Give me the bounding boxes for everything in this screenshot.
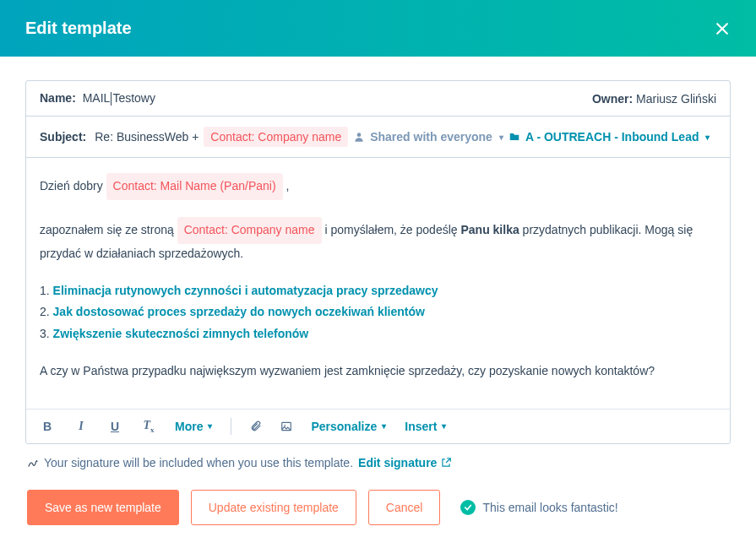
p1-bold: Panu kilka [460, 223, 519, 236]
cancel-button[interactable]: Cancel [368, 490, 441, 525]
modal-title: Edit template [25, 19, 132, 38]
greeting-suffix: , [286, 179, 289, 193]
modal-body: Name: MAILTestowy Owner: Mariusz Gliński… [0, 57, 756, 544]
p1-b: i pomyślałem, że podeślę [324, 223, 460, 236]
link-1[interactable]: Eliminacja rutynowych czynności i automa… [53, 284, 438, 297]
personalize-label: Personalize [311, 420, 377, 433]
greeting-token[interactable]: Contact: Mail Name (Pan/Pani) [106, 173, 283, 200]
insert-label: Insert [405, 420, 437, 433]
name-row: Name: MAILTestowy Owner: Mariusz Gliński [26, 81, 730, 117]
links-list: 1. Eliminacja rutynowych czynności i aut… [40, 281, 716, 345]
folder-dropdown[interactable]: A - OUTREACH - Inbound Lead ▾ [509, 130, 710, 144]
chevron-down-icon: ▾ [705, 133, 710, 142]
modal-footer: Save as new template Update existing tem… [25, 490, 731, 525]
editor-body[interactable]: Dzień dobry Contact: Mail Name (Pan/Pani… [26, 158, 730, 409]
p1-a: zapoznałem się ze stroną [40, 223, 177, 236]
email-status: This email looks fantastic! [460, 500, 617, 515]
save-button[interactable]: Save as new template [27, 490, 179, 525]
p1-token[interactable]: Contact: Company name [177, 217, 322, 244]
sharing-dropdown[interactable]: Shared with everyone ▾ [353, 130, 503, 144]
edit-signature-link[interactable]: Edit signature [358, 456, 452, 469]
more-label: More [175, 420, 203, 433]
chevron-down-icon: ▾ [208, 421, 212, 431]
personalize-dropdown[interactable]: Personalize ▾ [311, 420, 386, 433]
chevron-down-icon: ▾ [442, 421, 446, 431]
more-dropdown[interactable]: More ▾ [175, 420, 212, 433]
edit-template-modal: Edit template Name: MAILTestowy Owner: M… [0, 0, 756, 544]
folder-icon [509, 131, 520, 143]
signature-icon [27, 457, 39, 469]
greeting-line: Dzień dobry Contact: Mail Name (Pan/Pani… [40, 173, 716, 200]
subject-text[interactable]: Re: BusinessWeb + [95, 130, 199, 144]
check-circle-icon [460, 500, 476, 515]
greeting-prefix: Dzień dobry [40, 179, 106, 193]
status-text: This email looks fantastic! [482, 501, 617, 514]
underline-button[interactable]: U [107, 420, 122, 433]
link-num: 2. [40, 305, 53, 318]
sharing-label: Shared with everyone [370, 130, 492, 144]
attachment-icon[interactable] [250, 420, 262, 432]
subject-token[interactable]: Contact: Company name [204, 127, 348, 147]
link-num: 3. [40, 327, 53, 340]
italic-button[interactable]: I [73, 420, 89, 433]
link-num: 1. [40, 284, 53, 297]
signature-note: Your signature will be included when you… [25, 444, 731, 490]
link-3[interactable]: Zwiększenie skuteczności zimnych telefon… [53, 327, 309, 340]
paragraph-1: zapoznałem się ze stroną Contact: Compan… [40, 217, 716, 264]
subject-label: Subject: [40, 130, 86, 144]
editor-toolbar: B I U Tx More ▾ Personalize ▾ [26, 409, 730, 443]
chevron-down-icon: ▾ [499, 133, 503, 142]
external-link-icon [440, 457, 452, 469]
owner-value: Mariusz Gliński [636, 92, 716, 106]
name-field[interactable]: Name: MAILTestowy [40, 91, 155, 106]
close-icon[interactable] [714, 20, 731, 37]
bold-button[interactable]: B [40, 420, 55, 433]
svg-point-4 [285, 425, 286, 426]
folder-label: A - OUTREACH - Inbound Lead [525, 130, 699, 144]
link-2[interactable]: Jak dostosować proces sprzedaży do nowyc… [53, 305, 425, 318]
owner-field: Owner: Mariusz Gliński [592, 92, 716, 106]
image-icon[interactable] [280, 420, 292, 432]
owner-label: Owner: [592, 92, 633, 106]
svg-point-2 [357, 133, 362, 138]
clear-format-button[interactable]: Tx [141, 419, 156, 434]
name-value-after: Testowy [112, 91, 155, 105]
paragraph-2: A czy w Państwa przypadku największym wy… [40, 361, 716, 382]
name-label: Name: [40, 91, 76, 105]
list-item: 1. Eliminacja rutynowych czynności i aut… [40, 281, 716, 301]
toolbar-separator [231, 418, 231, 435]
edit-signature-label: Edit signature [358, 456, 437, 469]
signature-text: Your signature will be included when you… [44, 456, 353, 469]
subject-row: Subject: Re: BusinessWeb + Contact: Comp… [26, 117, 730, 158]
user-icon [353, 131, 365, 143]
chevron-down-icon: ▾ [382, 421, 386, 431]
name-value-before: MAIL [83, 91, 111, 105]
list-item: 3. Zwiększenie skuteczności zimnych tele… [40, 324, 716, 345]
update-button[interactable]: Update existing template [191, 490, 356, 525]
insert-dropdown[interactable]: Insert ▾ [405, 420, 446, 433]
template-panel: Name: MAILTestowy Owner: Mariusz Gliński… [25, 80, 731, 444]
list-item: 2. Jak dostosować proces sprzedaży do no… [40, 302, 716, 323]
modal-header: Edit template [0, 0, 756, 57]
